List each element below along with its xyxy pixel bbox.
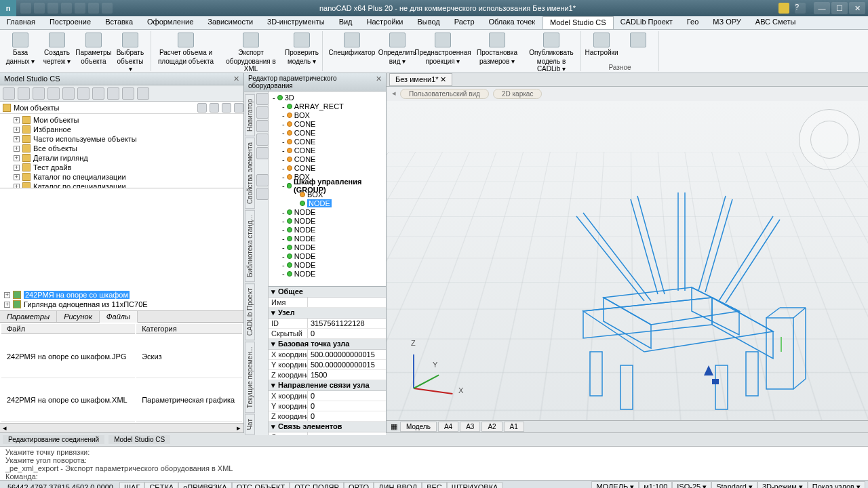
ribbon-tab[interactable]: АВС Сметы [749,16,804,29]
geom-tree-item[interactable]: -NODE [270,225,384,234]
prop-group-header[interactable]: ▾Узел [269,308,386,319]
command-line[interactable]: Укажите точку привязки:Укажите угол пово… [0,446,868,480]
table-row[interactable]: 242РМЯ на опоре со шкафом.JPGЭскиз [1,336,242,378]
mid-tb-icon[interactable] [256,120,269,132]
ribbon-button[interactable]: Проверитьмодель ▾ [284,31,319,74]
status-item[interactable]: ISO-25 ▾ [672,481,711,488]
layout-tab[interactable]: A2 [481,422,502,432]
status-item[interactable]: Standard ▾ [711,481,757,488]
ribbon-tab[interactable]: Главная [0,16,43,29]
geom-tree-item[interactable]: -NODE [270,269,384,278]
ribbon-tab[interactable]: Оформление [140,16,201,29]
layout-tab[interactable]: A1 [504,422,524,432]
ribbon-tab[interactable]: Вставка [98,16,140,29]
vertical-tab[interactable]: Чат [245,414,255,435]
ribbon-button[interactable]: Настройки [584,31,619,63]
tree-item[interactable]: +Мои объекты [1,115,242,125]
tree-action-icon[interactable] [197,103,207,113]
ribbon-button[interactable]: Преднастроеннаяпроекция ▾ [416,31,469,74]
vertical-tab[interactable]: Текущие перемен... [245,342,255,413]
ribbon-button[interactable]: Опубликоватьмодель в CADLib ▾ [525,31,578,74]
geom-tree-item[interactable]: -NODE [270,216,384,225]
mid-tb-icon[interactable] [256,106,269,119]
geom-tree-item[interactable]: -CONE [270,163,384,172]
prop-row[interactable]: Z координата1500 [269,370,386,380]
ribbon-button[interactable]: Параметрыобъекта [76,31,111,74]
tree-root[interactable]: Мои объекты [0,102,243,114]
geom-tree-item[interactable]: -BOX [270,110,384,119]
ribbon-tab[interactable]: Вывод [410,16,447,29]
ribbon-button[interactable] [620,31,656,63]
tab-close-icon[interactable]: ✕ [440,75,446,83]
list-item[interactable]: +Гирлянда одноцепная из 11хПС70Е [1,300,242,309]
tree-item[interactable]: +Каталог по специализации [1,172,242,182]
layout-tab[interactable]: A4 [438,422,458,432]
ribbon-tab[interactable]: Растр [448,16,482,29]
tree-action-icon[interactable] [222,103,231,113]
col-file[interactable]: Файл [1,324,135,334]
prop-group-header[interactable]: ▾Направление связи узла [269,380,386,391]
mid-tb-icon[interactable] [256,147,269,159]
ribbon-tab[interactable]: Гео [680,16,706,29]
prop-row[interactable]: Элемент назн... [269,432,386,435]
object-tree[interactable]: +Мои объекты+Избранное+Часто используемы… [0,114,243,188]
prop-row[interactable]: Z координата0 [269,411,386,422]
detail-tab[interactable]: Файлы [100,311,138,323]
geom-tree-item[interactable]: -Шкаф управления (GROUP) [270,181,384,190]
prop-row[interactable]: Y координата500.000000000015 [269,360,386,370]
geom-tree-item[interactable]: -NODE [270,207,384,216]
geometry-tree[interactable]: -3D-ARRAY_RECT-BOX-CONE-CONE-CONE-CONE-C… [269,92,386,286]
geom-tree-item[interactable]: -NODE [270,234,384,243]
tree-action-icon[interactable] [234,103,243,113]
detail-tab[interactable]: Параметры [0,311,57,322]
bottom-tab[interactable]: Редактирование соединений [3,435,104,444]
tb-list-icon[interactable] [77,87,90,100]
qat-save-icon[interactable] [47,3,58,14]
geom-tree-item[interactable]: -CONE [270,119,384,128]
status-toggle[interactable]: СЕТКА [144,482,178,489]
tb-new-icon[interactable] [3,87,15,100]
property-grid[interactable]: ▾ОбщееИмя▾УзелID3157561122128Скрытый0▾Ба… [269,286,386,435]
tree-item[interactable]: +Все объекты [1,144,242,153]
object-sublist[interactable]: +242РМЯ на опоре со шкафом+Гирлянда одно… [0,289,243,311]
hscroll[interactable]: ◂▸ [0,423,243,432]
tb-refresh-icon[interactable] [137,87,149,100]
geom-tree-item[interactable]: NODE [270,199,384,207]
bottom-tab[interactable]: Model Studio CS [108,435,170,444]
qat-print-icon[interactable] [102,3,113,14]
status-toggle[interactable]: ДИН-ВВОД [374,482,422,489]
status-toggle[interactable]: оПРИВЯЗКА [178,482,232,489]
ribbon-tab[interactable]: Облака точек [482,16,543,29]
mid-tb-icon[interactable] [256,188,269,200]
status-toggle[interactable]: ОТС-ПОЛЯР [290,482,344,489]
ribbon-tab[interactable]: Model Studio CS [542,16,614,29]
status-toggle[interactable]: ОРТО [344,482,374,489]
geom-tree-item[interactable]: -NODE [270,251,384,260]
ribbon-button[interactable]: Расчет объема иплощади объекта [154,31,218,74]
prop-group-header[interactable]: ▾Базовая точка узла [269,339,386,350]
ribbon-tab[interactable]: МЗ ОРУ [706,16,749,29]
tb-tree-icon[interactable] [62,87,75,100]
prop-row[interactable]: X координата0 [269,391,386,401]
help-icon[interactable]: ? [795,3,806,14]
status-item[interactable]: МОДЕЛЬ ▾ [591,481,639,488]
tb-star-icon[interactable] [122,87,134,100]
status-item[interactable]: м1:100 [639,481,672,488]
vertical-tab[interactable]: Навигатор [245,94,255,136]
prop-group-header[interactable]: ▾Связь элементов [269,422,386,432]
prop-row[interactable]: X координата500.000000000015 [269,350,386,360]
qat-new-icon[interactable] [20,3,31,14]
ribbon-tab[interactable]: Зависимости [201,16,260,29]
close-button[interactable]: ✕ [849,2,865,14]
ribbon-button[interactable]: Спецификатор [326,31,378,74]
geom-tree-item[interactable]: -CONE [270,128,384,137]
col-category[interactable]: Категория [136,324,242,334]
status-item[interactable]: 3D-режим ▾ [757,481,808,488]
tree-item[interactable]: +Тест драйв [1,163,242,172]
ribbon-tab[interactable]: Вид [332,16,360,29]
vertical-tab[interactable]: CADLib Проект [245,283,255,340]
mid-tb-icon[interactable] [256,174,269,186]
qat-redo-icon[interactable] [88,3,99,14]
search-icon[interactable] [778,3,789,14]
list-item[interactable]: +242РМЯ на опоре со шкафом [1,290,242,300]
